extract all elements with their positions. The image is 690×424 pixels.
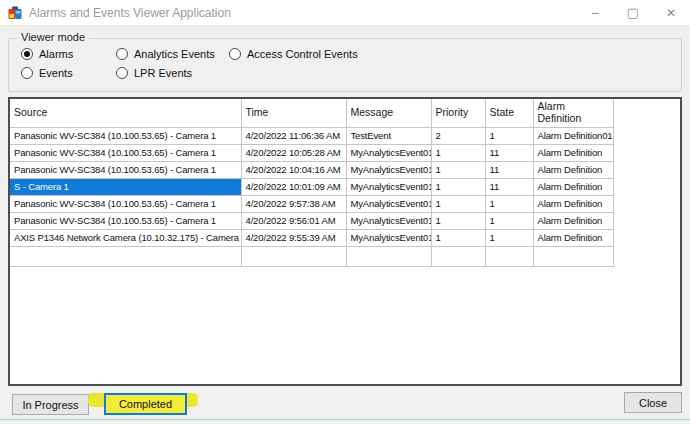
alarms-table: SourceTimeMessagePriorityStateAlarm Defi… [10, 99, 614, 267]
cell-priority[interactable]: 1 [431, 212, 485, 229]
minimize-icon[interactable]: – [576, 0, 614, 26]
cell-source[interactable]: Panasonic WV-SC384 (10.100.53.65) - Came… [10, 127, 241, 144]
cell-time[interactable]: 4/20/2022 9:56:01 AM [241, 212, 346, 229]
empty-cell-message[interactable] [346, 246, 431, 266]
radio-icon[interactable] [229, 48, 241, 60]
cell-time[interactable]: 4/20/2022 11:06:36 AM [241, 127, 346, 144]
radio-option-label: Access Control Events [247, 48, 358, 60]
cell-state[interactable]: 11 [485, 144, 533, 161]
app-window: Alarms and Events Viewer Application – ▢… [0, 0, 690, 424]
radio-selected-icon[interactable] [21, 48, 33, 60]
cell-source[interactable]: AXIS P1346 Network Camera (10.10.32.175)… [10, 229, 241, 246]
empty-cell-time[interactable] [241, 246, 346, 266]
table-row[interactable]: Panasonic WV-SC384 (10.100.53.65) - Came… [10, 195, 613, 212]
viewer-mode-groupbox: Viewer mode AlarmsAnalytics EventsAccess… [8, 38, 682, 92]
cell-priority[interactable]: 1 [431, 178, 485, 195]
cell-message[interactable]: MyAnalyticsEvent01 [346, 161, 431, 178]
cell-alarm-definition[interactable]: Alarm Definition [533, 195, 613, 212]
cell-alarm-definition[interactable]: Alarm Definition [533, 178, 613, 195]
cell-message[interactable]: TestEvent [346, 127, 431, 144]
viewer-mode-options: AlarmsAnalytics EventsAccess Control Eve… [21, 48, 358, 79]
cell-time[interactable]: 4/20/2022 10:01:09 AM [241, 178, 346, 195]
radio-icon[interactable] [21, 67, 33, 79]
radio-option-label: Events [39, 67, 73, 79]
cell-priority[interactable]: 1 [431, 195, 485, 212]
cell-source[interactable]: Panasonic WV-SC384 (10.100.53.65) - Came… [10, 195, 241, 212]
radio-icon[interactable] [116, 48, 128, 60]
cell-message[interactable]: MyAnalyticsEvent01 [346, 144, 431, 161]
column-header-priority[interactable]: Priority [431, 99, 485, 127]
close-icon[interactable]: ✕ [652, 0, 690, 26]
column-header-state[interactable]: State [485, 99, 533, 127]
column-header-alarm-definition[interactable]: Alarm Definition [533, 99, 613, 127]
table-row[interactable]: Panasonic WV-SC384 (10.100.53.65) - Came… [10, 127, 613, 144]
cell-time[interactable]: 4/20/2022 9:55:39 AM [241, 229, 346, 246]
cell-state[interactable]: 11 [485, 161, 533, 178]
radio-option-events[interactable]: Events [21, 67, 116, 79]
radio-option-alarms[interactable]: Alarms [21, 48, 116, 60]
completed-button[interactable]: Completed [104, 393, 187, 415]
cell-source[interactable]: S - Camera 1 [10, 178, 241, 195]
cell-alarm-definition[interactable]: Alarm Definition [533, 212, 613, 229]
cell-message[interactable]: MyAnalyticsEvent01 [346, 195, 431, 212]
in-progress-button[interactable]: In Progress [12, 394, 89, 415]
radio-option-label: Analytics Events [134, 48, 215, 60]
empty-cell-priority[interactable] [431, 246, 485, 266]
column-header-message[interactable]: Message [346, 99, 431, 127]
cell-state[interactable]: 11 [485, 178, 533, 195]
table-body: Panasonic WV-SC384 (10.100.53.65) - Came… [10, 127, 613, 266]
table-row[interactable]: Panasonic WV-SC384 (10.100.53.65) - Came… [10, 161, 613, 178]
table-row[interactable]: S - Camera 14/20/2022 10:01:09 AMMyAnaly… [10, 178, 613, 195]
maximize-icon[interactable]: ▢ [614, 0, 652, 26]
empty-cell-alarm-definition[interactable] [533, 246, 613, 266]
table-row[interactable]: AXIS P1346 Network Camera (10.10.32.175)… [10, 229, 613, 246]
cell-message[interactable]: MyAnalyticsEvent01 [346, 229, 431, 246]
radio-option-lpr-events[interactable]: LPR Events [116, 67, 229, 79]
column-header-time[interactable]: Time [241, 99, 346, 127]
close-button[interactable]: Close [624, 392, 682, 413]
bottom-edge-divider [0, 419, 690, 424]
cell-priority[interactable]: 1 [431, 229, 485, 246]
radio-icon[interactable] [116, 67, 128, 79]
table-row[interactable]: Panasonic WV-SC384 (10.100.53.65) - Came… [10, 212, 613, 229]
table-header-row: SourceTimeMessagePriorityStateAlarm Defi… [10, 99, 613, 127]
cell-priority[interactable]: 1 [431, 144, 485, 161]
title-bar: Alarms and Events Viewer Application – ▢… [0, 0, 690, 26]
cell-priority[interactable]: 2 [431, 127, 485, 144]
window-controls: – ▢ ✕ [576, 0, 690, 26]
cell-priority[interactable]: 1 [431, 161, 485, 178]
radio-option-label: LPR Events [134, 67, 192, 79]
cell-state[interactable]: 1 [485, 127, 533, 144]
empty-cell-source[interactable] [10, 246, 241, 266]
cell-state[interactable]: 1 [485, 229, 533, 246]
cell-message[interactable]: MyAnalyticsEvent01 [346, 212, 431, 229]
empty-cell-state[interactable] [485, 246, 533, 266]
radio-option-analytics-events[interactable]: Analytics Events [116, 48, 229, 60]
alarms-table-container: SourceTimeMessagePriorityStateAlarm Defi… [8, 97, 682, 386]
viewer-mode-label: Viewer mode [17, 31, 89, 43]
cell-state[interactable]: 1 [485, 195, 533, 212]
cell-alarm-definition[interactable]: Alarm Definition [533, 161, 613, 178]
cell-source[interactable]: Panasonic WV-SC384 (10.100.53.65) - Came… [10, 161, 241, 178]
cell-time[interactable]: 4/20/2022 9:57:38 AM [241, 195, 346, 212]
app-icon [8, 6, 22, 20]
column-header-source[interactable]: Source [10, 99, 241, 127]
radio-option-access-control-events[interactable]: Access Control Events [229, 48, 358, 60]
cell-message[interactable]: MyAnalyticsEvent01 [346, 178, 431, 195]
cell-alarm-definition[interactable]: Alarm Definition [533, 229, 613, 246]
table-empty-row[interactable] [10, 246, 613, 266]
cell-state[interactable]: 1 [485, 212, 533, 229]
cell-time[interactable]: 4/20/2022 10:05:28 AM [241, 144, 346, 161]
cell-alarm-definition[interactable]: Alarm Definition01 [533, 127, 613, 144]
cell-alarm-definition[interactable]: Alarm Definition [533, 144, 613, 161]
table-row[interactable]: Panasonic WV-SC384 (10.100.53.65) - Came… [10, 144, 613, 161]
radio-option-label: Alarms [39, 48, 73, 60]
window-title: Alarms and Events Viewer Application [29, 6, 231, 20]
cell-source[interactable]: Panasonic WV-SC384 (10.100.53.65) - Came… [10, 212, 241, 229]
cell-source[interactable]: Panasonic WV-SC384 (10.100.53.65) - Came… [10, 144, 241, 161]
cell-time[interactable]: 4/20/2022 10:04:16 AM [241, 161, 346, 178]
